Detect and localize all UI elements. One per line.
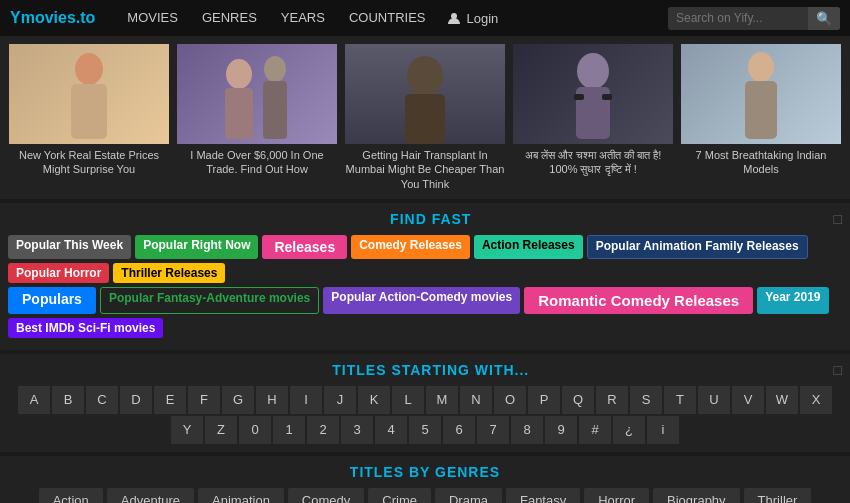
tag-thriller-releases[interactable]: Thriller Releases	[113, 263, 225, 283]
alpha-btn-k[interactable]: K	[358, 386, 390, 414]
tag-romantic-comedy[interactable]: Romantic Comedy Releases	[524, 287, 753, 314]
tag-animation-family[interactable]: Popular Animation Family Releases	[587, 235, 808, 259]
alpha-btn-i[interactable]: I	[290, 386, 322, 414]
genre-btn-horror[interactable]: Horror	[584, 488, 649, 503]
alpha-btn-5[interactable]: 5	[409, 416, 441, 444]
alpha-btn-u[interactable]: U	[698, 386, 730, 414]
tag-fantasy-adventure[interactable]: Popular Fantasy-Adventure movies	[100, 287, 319, 314]
ad-image-3	[345, 44, 505, 144]
genre-btn-thriller[interactable]: Thriller	[744, 488, 812, 503]
titles-starting-title: TITLES STARTING WITH...	[28, 362, 834, 378]
alpha-btn-7[interactable]: 7	[477, 416, 509, 444]
svg-rect-8	[405, 94, 445, 144]
ad-item-1[interactable]: New York Real Estate Prices Might Surpri…	[9, 44, 169, 191]
ad-item-2[interactable]: I Made Over $6,000 In One Trade. Find Ou…	[177, 44, 337, 191]
alpha-btn-0[interactable]: 0	[239, 416, 271, 444]
alpha-btn-w[interactable]: W	[766, 386, 798, 414]
tag-comedy-releases[interactable]: Comedy Releases	[351, 235, 470, 259]
genre-btn-biography[interactable]: Biography	[653, 488, 740, 503]
logo[interactable]: Ymovies.to	[10, 9, 95, 27]
alpha-btn-i[interactable]: i	[647, 416, 679, 444]
alpha-btn-r[interactable]: R	[596, 386, 628, 414]
genre-btn-adventure[interactable]: Adventure	[107, 488, 194, 503]
alpha-btn-s[interactable]: S	[630, 386, 662, 414]
nav-countries[interactable]: COUNTRIES	[337, 0, 438, 36]
genre-btn-crime[interactable]: Crime	[368, 488, 431, 503]
genres-title: TITLES BY GENRES	[28, 464, 822, 480]
nav-genres[interactable]: GENRES	[190, 0, 269, 36]
svg-rect-6	[263, 81, 287, 139]
find-fast-title: FIND FAST	[28, 211, 834, 227]
ad-image-2	[177, 44, 337, 144]
alpha-btn-l[interactable]: L	[392, 386, 424, 414]
ad-banner: New York Real Estate Prices Might Surpri…	[0, 36, 850, 199]
svg-point-1	[75, 53, 103, 85]
tag-popular-right-now[interactable]: Popular Right Now	[135, 235, 258, 259]
alpha-btn-p[interactable]: P	[528, 386, 560, 414]
svg-point-7	[407, 56, 443, 96]
alpha-btn-n[interactable]: N	[460, 386, 492, 414]
svg-rect-2	[71, 84, 107, 139]
ad-text-1: New York Real Estate Prices Might Surpri…	[9, 148, 169, 177]
alpha-btn-g[interactable]: G	[222, 386, 254, 414]
alpha-btn-8[interactable]: 8	[511, 416, 543, 444]
alpha-btn-v[interactable]: V	[732, 386, 764, 414]
find-fast-toggle[interactable]: □	[834, 211, 842, 227]
alpha-btn-3[interactable]: 3	[341, 416, 373, 444]
svg-point-3	[226, 59, 252, 89]
nav-links: MOVIES GENRES YEARS COUNTRIES	[115, 0, 437, 36]
tag-popular-this-week[interactable]: Popular This Week	[8, 235, 131, 259]
alpha-btn-e[interactable]: E	[154, 386, 186, 414]
tag-popular-horror[interactable]: Popular Horror	[8, 263, 109, 283]
alpha-btn-m[interactable]: M	[426, 386, 458, 414]
alpha-btn-¿[interactable]: ¿	[613, 416, 645, 444]
alpha-btn-b[interactable]: B	[52, 386, 84, 414]
genre-btn-action[interactable]: Action	[39, 488, 103, 503]
alpha-btn-t[interactable]: T	[664, 386, 696, 414]
tag-populars[interactable]: Populars	[8, 287, 96, 314]
tag-year-2019[interactable]: Year 2019	[757, 287, 828, 314]
svg-point-9	[577, 53, 609, 89]
titles-starting-toggle[interactable]: □	[834, 362, 842, 378]
alpha-btn-o[interactable]: O	[494, 386, 526, 414]
alpha-btn-f[interactable]: F	[188, 386, 220, 414]
alpha-grid: ABCDEFGHIJKLMNOPQRSTUVWXYZ0123456789#¿i	[8, 386, 842, 444]
tags-row-1: Popular This Week Popular Right Now Rele…	[8, 235, 842, 283]
alpha-btn-#[interactable]: #	[579, 416, 611, 444]
ad-image-1	[9, 44, 169, 144]
alpha-btn-a[interactable]: A	[18, 386, 50, 414]
genre-btn-animation[interactable]: Animation	[198, 488, 284, 503]
login-button[interactable]: Login	[447, 11, 498, 26]
nav-movies[interactable]: MOVIES	[115, 0, 190, 36]
search-input[interactable]	[668, 7, 808, 29]
alpha-btn-y[interactable]: Y	[171, 416, 203, 444]
tag-releases[interactable]: Releases	[262, 235, 347, 259]
alpha-btn-2[interactable]: 2	[307, 416, 339, 444]
alpha-btn-x[interactable]: X	[800, 386, 832, 414]
alpha-btn-z[interactable]: Z	[205, 416, 237, 444]
alpha-btn-6[interactable]: 6	[443, 416, 475, 444]
alpha-btn-4[interactable]: 4	[375, 416, 407, 444]
ad-image-5	[681, 44, 841, 144]
search-box: 🔍	[668, 7, 840, 30]
alpha-btn-j[interactable]: J	[324, 386, 356, 414]
tag-sci-fi[interactable]: Best IMDb Sci-Fi movies	[8, 318, 163, 338]
tag-action-releases[interactable]: Action Releases	[474, 235, 583, 259]
alpha-btn-c[interactable]: C	[86, 386, 118, 414]
search-button[interactable]: 🔍	[808, 7, 840, 30]
tag-action-comedy[interactable]: Popular Action-Comedy movies	[323, 287, 520, 314]
genre-btn-comedy[interactable]: Comedy	[288, 488, 364, 503]
alpha-btn-q[interactable]: Q	[562, 386, 594, 414]
nav-years[interactable]: YEARS	[269, 0, 337, 36]
genre-btn-drama[interactable]: Drama	[435, 488, 502, 503]
ad-item-5[interactable]: 7 Most Breathtaking Indian Models	[681, 44, 841, 191]
alpha-btn-d[interactable]: D	[120, 386, 152, 414]
ad-item-4[interactable]: अब लेंस और चश्मा अतीत की बात है! 100% सु…	[513, 44, 673, 191]
ad-text-2: I Made Over $6,000 In One Trade. Find Ou…	[177, 148, 337, 177]
genres-row-1: ActionAdventureAnimationComedyCrimeDrama…	[8, 488, 842, 503]
alpha-btn-h[interactable]: H	[256, 386, 288, 414]
alpha-btn-1[interactable]: 1	[273, 416, 305, 444]
genre-btn-fantasy[interactable]: Fantasy	[506, 488, 580, 503]
ad-item-3[interactable]: Getting Hair Transplant In Mumbai Might …	[345, 44, 505, 191]
alpha-btn-9[interactable]: 9	[545, 416, 577, 444]
